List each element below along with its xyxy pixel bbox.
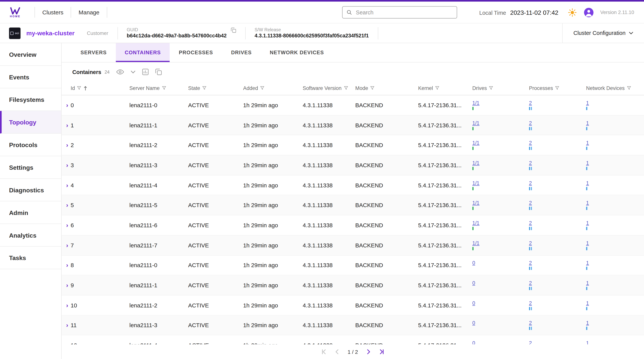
expand-row-icon[interactable]: ›	[62, 202, 68, 208]
network-devices-link[interactable]: 1	[586, 180, 589, 186]
nav-manage[interactable]: Manage	[78, 9, 100, 16]
filter-icon[interactable]	[162, 86, 166, 91]
column-header-state[interactable]: State	[188, 85, 243, 91]
drives-link[interactable]: 1/1	[472, 120, 479, 126]
filter-icon[interactable]	[627, 86, 631, 91]
sidebar-item-protocols[interactable]: Protocols	[0, 134, 61, 156]
network-devices-link[interactable]: 1	[586, 300, 589, 306]
search-box[interactable]	[342, 6, 457, 19]
column-header-id[interactable]: Id	[71, 85, 130, 91]
user-avatar[interactable]	[584, 8, 594, 17]
copy-guid-icon[interactable]	[231, 28, 236, 33]
drives-link[interactable]: 1/1	[472, 160, 479, 166]
cluster-configuration-button[interactable]: Cluster Configuration	[563, 30, 644, 36]
table-row[interactable]: › 2 lena2111-2 ACTIVE 1h 29min ago 4.3.1…	[62, 135, 644, 155]
processes-link[interactable]: 2	[529, 200, 532, 206]
expand-row-icon[interactable]: ›	[62, 222, 68, 228]
filter-icon[interactable]	[77, 86, 82, 91]
weka-home-logo[interactable]: HOME	[10, 7, 20, 18]
filter-icon[interactable]	[489, 86, 494, 91]
column-header-processes[interactable]: Processes	[529, 85, 586, 91]
filter-icon[interactable]	[260, 86, 265, 91]
copy-table-icon[interactable]	[155, 69, 162, 75]
column-header-server-name[interactable]: Server Name	[130, 85, 188, 91]
tab-network-devices[interactable]: NETWORK DEVICES	[261, 43, 333, 62]
next-page-button[interactable]	[365, 349, 371, 354]
network-devices-link[interactable]: 1	[586, 120, 589, 126]
expand-row-icon[interactable]: ›	[62, 262, 68, 268]
column-header-added[interactable]: Added	[243, 85, 303, 91]
chart-view-icon[interactable]	[142, 69, 148, 75]
sidebar-item-topology[interactable]: Topology	[0, 111, 61, 134]
expand-row-icon[interactable]: ›	[62, 162, 68, 168]
sidebar-item-analytics[interactable]: Analytics	[0, 224, 61, 247]
network-devices-link[interactable]: 1	[586, 140, 589, 146]
sort-asc-icon[interactable]	[84, 86, 88, 91]
expand-row-icon[interactable]: ›	[62, 122, 68, 128]
table-row[interactable]: › 7 lena2111-7 ACTIVE 1h 29min ago 4.3.1…	[62, 235, 644, 255]
drives-link[interactable]: 1/1	[472, 180, 479, 186]
processes-link[interactable]: 2	[529, 240, 532, 246]
processes-link[interactable]: 2	[529, 300, 532, 306]
sidebar-item-filesystems[interactable]: Filesystems	[0, 88, 61, 111]
processes-link[interactable]: 2	[529, 260, 532, 266]
processes-link[interactable]: 2	[529, 160, 532, 166]
processes-link[interactable]: 2	[529, 100, 532, 106]
previous-page-button[interactable]	[334, 349, 340, 354]
tab-drives[interactable]: DRIVES	[222, 43, 261, 62]
network-devices-link[interactable]: 1	[586, 240, 589, 246]
filter-icon[interactable]	[370, 86, 375, 91]
network-devices-link[interactable]: 1	[586, 280, 589, 286]
column-header-mode[interactable]: Mode	[355, 85, 418, 91]
drives-link[interactable]: 0	[472, 320, 475, 326]
processes-link[interactable]: 2	[529, 320, 532, 326]
table-row[interactable]: › 0 lena2111-0 ACTIVE 1h 29min ago 4.3.1…	[62, 95, 644, 115]
tab-processes[interactable]: PROCESSES	[170, 43, 222, 62]
drives-link[interactable]: 0	[472, 300, 475, 306]
table-row[interactable]: › 4 lena2111-4 ACTIVE 1h 29min ago 4.3.1…	[62, 175, 644, 195]
table-row[interactable]: › 8 lena2111-0 ACTIVE 1h 29min ago 4.3.1…	[62, 255, 644, 275]
expand-row-icon[interactable]: ›	[62, 302, 68, 308]
column-header-network-devices[interactable]: Network Devices	[586, 85, 644, 91]
tab-servers[interactable]: SERVERS	[72, 43, 116, 62]
table-row[interactable]: › 3 lena2111-3 ACTIVE 1h 29min ago 4.3.1…	[62, 155, 644, 175]
sidebar-item-tasks[interactable]: Tasks	[0, 247, 61, 269]
processes-link[interactable]: 2	[529, 140, 532, 146]
table-row[interactable]: › 6 lena2111-6 ACTIVE 1h 29min ago 4.3.1…	[62, 215, 644, 235]
network-devices-link[interactable]: 1	[586, 220, 589, 226]
processes-link[interactable]: 2	[529, 220, 532, 226]
column-header-kernel[interactable]: Kernel	[418, 85, 472, 91]
nav-clusters[interactable]: Clusters	[42, 9, 64, 16]
network-devices-link[interactable]: 1	[586, 100, 589, 106]
drives-link[interactable]: 1/1	[472, 220, 479, 226]
table-row[interactable]: › 5 lena2111-5 ACTIVE 1h 29min ago 4.3.1…	[62, 195, 644, 215]
sidebar-item-overview[interactable]: Overview	[0, 43, 61, 66]
drives-link[interactable]: 0	[472, 260, 475, 266]
network-devices-link[interactable]: 1	[586, 320, 589, 326]
column-header-software-version[interactable]: Software Version	[303, 85, 355, 91]
processes-link[interactable]: 2	[529, 280, 532, 286]
drives-link[interactable]: 1/1	[472, 100, 479, 106]
tab-containers[interactable]: CONTAINERS	[116, 43, 170, 62]
filter-icon[interactable]	[435, 86, 440, 91]
drives-link[interactable]: 0	[472, 280, 475, 286]
last-page-button[interactable]	[378, 349, 385, 354]
filter-icon[interactable]	[202, 86, 207, 91]
table-row[interactable]: › 9 lena2111-1 ACTIVE 1h 29min ago 4.3.1…	[62, 275, 644, 295]
expand-row-icon[interactable]: ›	[62, 142, 68, 148]
table-row[interactable]: › 11 lena2111-3 ACTIVE 1h 29min ago 4.3.…	[62, 315, 644, 335]
search-input[interactable]	[355, 9, 453, 16]
table-row[interactable]: › 10 lena2111-2 ACTIVE 1h 29min ago 4.3.…	[62, 295, 644, 315]
column-header-drives[interactable]: Drives	[472, 85, 529, 91]
expand-row-icon[interactable]: ›	[62, 282, 68, 288]
filter-icon[interactable]	[555, 86, 560, 91]
first-page-button[interactable]	[321, 349, 327, 354]
sidebar-item-diagnostics[interactable]: Diagnostics	[0, 179, 61, 201]
drives-link[interactable]: 1/1	[472, 240, 479, 246]
sidebar-item-admin[interactable]: Admin	[0, 201, 61, 224]
processes-link[interactable]: 2	[529, 120, 532, 126]
network-devices-link[interactable]: 1	[586, 200, 589, 206]
processes-link[interactable]: 2	[529, 180, 532, 186]
table-row[interactable]: › 1 lena2111-1 ACTIVE 1h 29min ago 4.3.1…	[62, 115, 644, 135]
theme-sun-icon[interactable]	[568, 8, 577, 17]
